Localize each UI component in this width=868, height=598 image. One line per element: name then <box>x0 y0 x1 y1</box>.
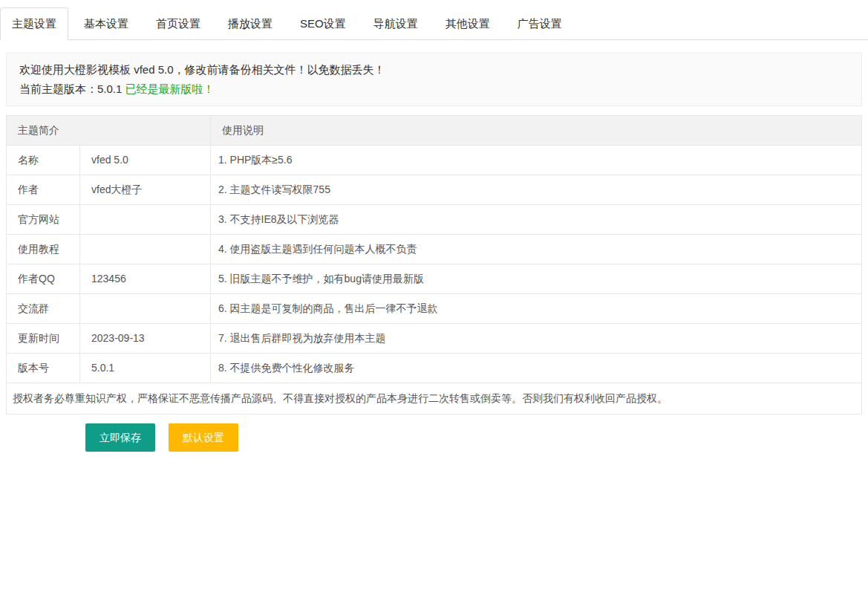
row-usage: 1. PHP版本≥5.6 <box>211 146 862 175</box>
tab-ad-settings[interactable]: 广告设置 <box>506 7 574 40</box>
row-usage: 2. 主题文件读写权限755 <box>211 175 862 205</box>
tab-seo-settings[interactable]: SEO设置 <box>288 7 358 40</box>
save-button[interactable]: 立即保存 <box>85 423 155 452</box>
row-value: 2023-09-13 <box>80 324 211 354</box>
tab-theme-settings[interactable]: 主题设置 <box>0 7 68 40</box>
theme-info-table: 主题简介 使用说明 名称 vfed 5.0 1. PHP版本≥5.6 作者 vf… <box>6 115 862 415</box>
form-actions: 立即保存 默认设置 <box>85 423 868 452</box>
row-label: 使用教程 <box>7 235 80 264</box>
row-value <box>80 235 211 264</box>
table-row: 使用教程 4. 使用盗版主题遇到任何问题本人概不负责 <box>7 235 862 264</box>
row-value: 5.0.1 <box>80 354 211 383</box>
row-value <box>80 294 211 324</box>
row-usage: 5. 旧版主题不予维护，如有bug请使用最新版 <box>211 264 862 294</box>
row-usage: 3. 不支持IE8及以下浏览器 <box>211 205 862 235</box>
row-usage: 6. 因主题是可复制的商品，售出后一律不予退款 <box>211 294 862 324</box>
welcome-notice: 欢迎使用大橙影视模板 vfed 5.0，修改前请备份相关文件！以免数据丢失！ 当… <box>6 53 862 106</box>
row-value <box>80 205 211 235</box>
table-row: 作者QQ 123456 5. 旧版主题不予维护，如有bug请使用最新版 <box>7 264 862 294</box>
row-value: vfed 5.0 <box>80 146 211 175</box>
table-row: 更新时间 2023-09-13 7. 退出售后群即视为放弃使用本主题 <box>7 324 862 354</box>
row-label: 作者 <box>7 175 80 205</box>
row-label: 名称 <box>7 146 80 175</box>
tab-nav-settings[interactable]: 导航设置 <box>362 7 430 40</box>
row-usage: 7. 退出售后群即视为放弃使用本主题 <box>211 324 862 354</box>
tab-basic-settings[interactable]: 基本设置 <box>72 7 140 40</box>
tab-home-settings[interactable]: 首页设置 <box>144 7 212 40</box>
row-usage: 8. 不提供免费个性化修改服务 <box>211 354 862 383</box>
latest-version-status: 已经是最新版啦！ <box>125 82 215 95</box>
table-header-row: 主题简介 使用说明 <box>7 116 862 146</box>
settings-tabs: 主题设置 基本设置 首页设置 播放设置 SEO设置 导航设置 其他设置 广告设置 <box>0 7 868 40</box>
row-value: 123456 <box>80 264 211 294</box>
notice-line-1: 欢迎使用大橙影视模板 vfed 5.0，修改前请备份相关文件！以免数据丢失！ <box>19 60 849 79</box>
header-usage: 使用说明 <box>211 116 862 146</box>
row-value: vfed大橙子 <box>80 175 211 205</box>
row-label: 作者QQ <box>7 264 80 294</box>
current-version-label: 当前主题版本：5.0.1 <box>19 82 122 95</box>
header-theme-intro: 主题简介 <box>7 116 211 146</box>
row-usage: 4. 使用盗版主题遇到任何问题本人概不负责 <box>211 235 862 264</box>
tab-play-settings[interactable]: 播放设置 <box>216 7 284 40</box>
table-row: 名称 vfed 5.0 1. PHP版本≥5.6 <box>7 146 862 175</box>
table-row: 作者 vfed大橙子 2. 主题文件读写权限755 <box>7 175 862 205</box>
table-row: 交流群 6. 因主题是可复制的商品，售出后一律不予退款 <box>7 294 862 324</box>
table-row: 版本号 5.0.1 8. 不提供免费个性化修改服务 <box>7 354 862 383</box>
license-note: 授权者务必尊重知识产权，严格保证不恶意传播产品源码、不得直接对授权的产品本身进行… <box>7 383 862 415</box>
notice-line-2: 当前主题版本：5.0.1 已经是最新版啦！ <box>19 79 849 99</box>
row-label: 版本号 <box>7 354 80 383</box>
row-label: 官方网站 <box>7 205 80 235</box>
row-label: 交流群 <box>7 294 80 324</box>
reset-defaults-button[interactable]: 默认设置 <box>169 423 238 452</box>
row-label: 更新时间 <box>7 324 80 354</box>
table-footer-row: 授权者务必尊重知识产权，严格保证不恶意传播产品源码、不得直接对授权的产品本身进行… <box>7 383 862 415</box>
table-row: 官方网站 3. 不支持IE8及以下浏览器 <box>7 205 862 235</box>
tab-other-settings[interactable]: 其他设置 <box>434 7 502 40</box>
